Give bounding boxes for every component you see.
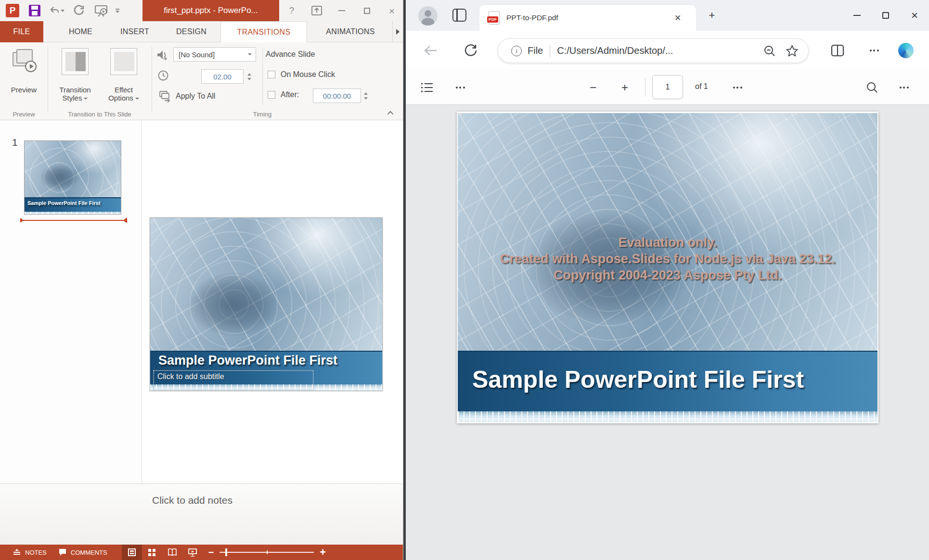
undo-icon[interactable] [49, 3, 65, 18]
on-mouse-click-checkbox[interactable] [268, 71, 275, 78]
collapse-ribbon-icon[interactable] [386, 109, 396, 117]
copilot-icon[interactable] [898, 42, 914, 59]
sound-value: [No Sound] [179, 51, 215, 59]
settings-more-icon[interactable] [866, 42, 882, 59]
effect-options-button[interactable]: Effect Options [100, 86, 148, 102]
tab-scroll-right-icon[interactable] [392, 21, 403, 42]
duration-input[interactable]: 02.00 [201, 69, 244, 84]
thumbnail-title-band: Sample PowerPoint File First [25, 197, 121, 212]
apply-to-all-icon [159, 90, 172, 103]
address-bar[interactable]: i File C:/Users/Admin/Desktop/... [498, 38, 809, 63]
transition-styles-icon[interactable] [62, 48, 89, 75]
edge-minimize-button[interactable] [842, 3, 871, 27]
zoom-page-icon[interactable] [763, 45, 776, 57]
zoom-out-button[interactable]: − [203, 545, 220, 560]
effect-options-icon[interactable] [110, 48, 137, 75]
pdf-more-left-icon[interactable] [452, 79, 468, 96]
new-tab-button[interactable]: + [705, 9, 719, 22]
powerpoint-window: P first_ppt.pptx - PowerPo... ? × [0, 0, 403, 560]
notes-icon [13, 548, 21, 556]
notes-placeholder[interactable]: Click to add notes [152, 495, 232, 506]
transition-styles-line2: Styles [63, 94, 82, 102]
watermark-line-1: Evaluation only. [458, 234, 877, 251]
normal-view-button[interactable] [122, 545, 142, 560]
table-of-contents-icon[interactable] [419, 79, 435, 96]
zoom-in-button[interactable]: + [314, 545, 332, 560]
site-info-icon[interactable]: i [511, 46, 522, 56]
subtitle-placeholder[interactable]: Click to add subtitle [154, 370, 313, 390]
tab-home[interactable]: HOME [55, 21, 106, 42]
notes-toggle-label: NOTES [25, 549, 47, 556]
pdf-search-icon[interactable] [864, 79, 880, 96]
tab-animations[interactable]: ANIMATIONS [312, 21, 389, 42]
tab-transitions[interactable]: TRANSITIONS [220, 21, 307, 42]
slide-sorter-view-button[interactable] [142, 545, 162, 560]
workspaces-icon[interactable] [452, 9, 466, 22]
comments-toggle-label: COMMENTS [71, 549, 107, 556]
start-slideshow-icon[interactable] [93, 3, 109, 18]
edge-close-button[interactable]: × [900, 3, 929, 27]
sound-icon [156, 49, 168, 62]
pdf-more-right-icon[interactable] [896, 79, 912, 96]
duration-spinner[interactable] [245, 69, 253, 84]
pdf-zoom-in-icon[interactable]: + [617, 79, 633, 96]
edge-maximize-button[interactable] [871, 3, 900, 27]
after-row[interactable]: After: [268, 90, 299, 99]
page-number-input[interactable] [653, 76, 683, 99]
back-button[interactable] [422, 42, 439, 59]
notes-toggle-button[interactable]: NOTES [7, 545, 52, 560]
slide-art: Sample PowerPoint File First Click to ad… [150, 218, 382, 391]
notes-pane[interactable]: Click to add notes [0, 484, 403, 545]
slide-canvas[interactable]: Sample PowerPoint File First Click to ad… [150, 217, 383, 391]
after-time-input[interactable]: 00:00.00 [313, 89, 361, 103]
preview-button[interactable]: Preview [0, 86, 48, 94]
powerpoint-logo-icon[interactable]: P [5, 3, 20, 18]
after-value: 00:00.00 [323, 92, 351, 100]
maximize-button[interactable] [360, 3, 374, 18]
slideshow-view-button[interactable] [182, 545, 203, 560]
save-icon[interactable] [27, 3, 42, 18]
pdf-slide-art: Evaluation only. Created with Aspose.Sli… [458, 113, 877, 422]
browser-tab[interactable]: PPT-to-PDF.pdf ✕ [479, 5, 696, 31]
undo-dropdown-caret[interactable] [61, 10, 65, 12]
favorites-star-icon[interactable] [786, 45, 799, 57]
split-screen-icon[interactable] [829, 42, 846, 59]
thumbnail-title: Sample PowerPoint File First [27, 200, 101, 206]
tab-design[interactable]: DESIGN [164, 21, 219, 42]
qat-customize-caret[interactable] [116, 9, 119, 13]
tab-insert[interactable]: INSERT [108, 21, 161, 42]
page-count-label: of 1 [695, 82, 708, 91]
refresh-button[interactable] [463, 42, 479, 59]
comments-toggle-button[interactable]: COMMENTS [52, 545, 113, 560]
after-checkbox[interactable] [268, 91, 275, 99]
reading-view-button[interactable] [162, 545, 182, 560]
zoom-slider[interactable] [219, 552, 314, 553]
sound-dropdown[interactable]: [No Sound] [173, 47, 256, 62]
address-text[interactable]: C:/Users/Admin/Desktop/... [557, 45, 673, 56]
after-label: After: [281, 90, 299, 99]
ribbon-display-options-icon[interactable] [310, 3, 324, 18]
transition-styles-button[interactable]: Transition Styles [50, 86, 100, 102]
pdf-zoom-out-icon[interactable]: − [585, 79, 601, 96]
minimize-button[interactable] [335, 3, 349, 18]
profile-avatar[interactable] [418, 6, 438, 25]
apply-to-all-button[interactable]: Apply To All [176, 92, 215, 101]
pdf-more-center-icon[interactable] [729, 79, 746, 96]
close-button[interactable]: × [385, 3, 399, 18]
pdf-viewport[interactable]: Evaluation only. Created with Aspose.Sli… [406, 105, 929, 560]
help-button[interactable]: ? [284, 3, 299, 18]
on-mouse-click-row[interactable]: On Mouse Click [268, 70, 335, 79]
slide-thumbnail[interactable]: Sample PowerPoint File First [24, 140, 121, 215]
edge-toolbar: i File C:/Users/Admin/Desktop/... [406, 31, 929, 70]
page-number-box[interactable] [652, 75, 683, 99]
slide-title-text[interactable]: Sample PowerPoint File First [158, 353, 337, 368]
after-time-spinner[interactable] [362, 89, 370, 103]
edge-window: PPT-to-PDF.pdf ✕ + × i File C:/Users/Adm… [406, 0, 929, 560]
on-mouse-click-label: On Mouse Click [281, 70, 335, 79]
pdf-file-icon [489, 11, 500, 25]
tab-close-icon[interactable]: ✕ [671, 12, 684, 24]
preview-icon[interactable] [13, 49, 37, 73]
zoom-slider-handle[interactable] [225, 548, 227, 556]
tab-file[interactable]: FILE [0, 21, 43, 42]
redo-icon[interactable] [71, 3, 87, 18]
